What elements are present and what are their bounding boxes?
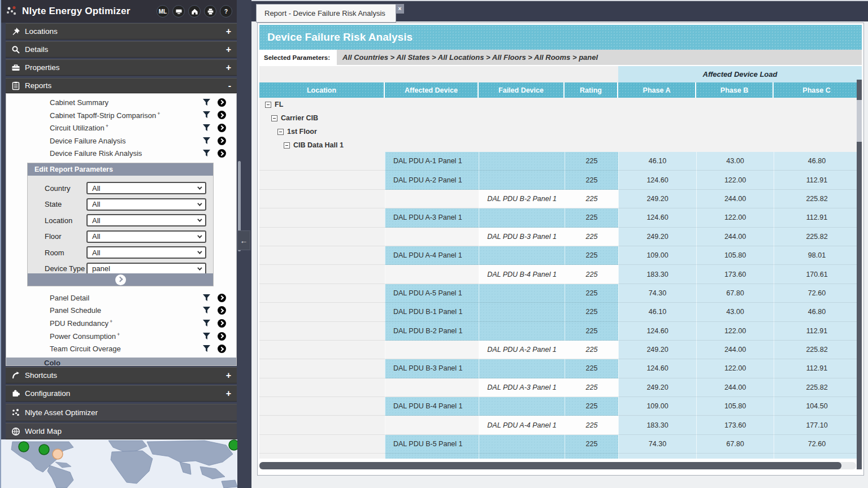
report-item-label: Cabinet Tapoff-Strip Comparison+: [50, 111, 160, 120]
phase-a-cell: 109.00: [618, 397, 696, 416]
country-select[interactable]: All: [86, 182, 206, 194]
sidebar-section-locations[interactable]: Locations +: [6, 23, 237, 40]
filter-funnel-icon[interactable]: [203, 137, 210, 145]
home-icon[interactable]: [188, 5, 201, 18]
tree-collapse-icon[interactable]: [271, 115, 277, 121]
table-row: DAL PDU A-3 Panel 1225124.60122.00112.91: [259, 208, 862, 227]
run-report-icon[interactable]: [218, 124, 226, 132]
failed-device-cell: [479, 171, 565, 189]
monitor-icon[interactable]: [172, 5, 185, 18]
filter-funnel-icon[interactable]: [203, 345, 210, 352]
room-select[interactable]: All: [86, 246, 206, 259]
ml-badge-icon[interactable]: ML: [157, 5, 169, 18]
affected-device-cell: [385, 416, 479, 434]
section-label: Details: [25, 45, 48, 54]
screen: Nlyte Energy Optimizer ML ? Locations +: [0, 0, 868, 488]
report-list-item[interactable]: Team Circuit Overage: [6, 342, 236, 355]
filter-funnel-icon[interactable]: [203, 150, 210, 157]
expand-icon[interactable]: +: [226, 63, 231, 73]
report-list-item[interactable]: Circuit Utilization+: [6, 121, 236, 134]
report-list-item[interactable]: Cabinet Tapoff-Strip Comparison+: [6, 109, 236, 122]
expand-icon[interactable]: +: [226, 45, 231, 55]
affected-device-cell: [385, 378, 479, 397]
filter-funnel-icon[interactable]: [203, 294, 210, 302]
rating-cell: 225: [565, 322, 618, 341]
tree-label: FL: [275, 101, 283, 108]
search-icon: [11, 45, 20, 54]
filter-funnel-icon[interactable]: [203, 111, 210, 119]
sidebar-item-asset-optimizer[interactable]: Nlyte Asset Optimizer: [6, 404, 237, 421]
tab-report-device-failure-risk-analysis[interactable]: Report - Device Failure Risk Analysis: [256, 4, 396, 23]
sidebar-section-configuration[interactable]: Configuration +: [6, 385, 237, 402]
failed-device-cell: [479, 284, 565, 303]
sidebar-section-shortcuts[interactable]: Shortcuts +: [6, 367, 237, 384]
collapse-icon[interactable]: -: [228, 81, 231, 91]
failed-device-cell: DAL PDU A-3 Panel 1: [479, 378, 565, 397]
run-report-icon[interactable]: [218, 306, 226, 315]
run-report-icon[interactable]: [218, 332, 226, 341]
expand-icon[interactable]: +: [226, 371, 231, 381]
filter-funnel-icon[interactable]: [203, 320, 210, 327]
report-item-label: PDU Redundancy+: [50, 319, 112, 328]
run-report-icon[interactable]: [218, 345, 226, 353]
run-report-icon[interactable]: [218, 111, 226, 119]
location-select[interactable]: All: [86, 214, 206, 226]
run-report-icon[interactable]: [218, 149, 226, 158]
report-list-item[interactable]: Power Consumption+: [6, 330, 236, 343]
clipped-report-group[interactable]: Colo: [6, 358, 236, 366]
filter-funnel-icon[interactable]: [203, 307, 210, 314]
phase-a-cell: 46.10: [618, 152, 696, 171]
report-list-item[interactable]: Panel Schedule: [6, 304, 236, 317]
phase-b-cell: 122.00: [696, 322, 774, 341]
help-icon[interactable]: ?: [220, 5, 232, 18]
section-label: Nlyte Asset Optimizer: [25, 408, 98, 417]
vertical-scrollbar[interactable]: [857, 80, 862, 469]
tab-close-icon[interactable]: ×: [396, 4, 404, 14]
phase-b-cell: 43.00: [696, 152, 774, 171]
run-report-icon[interactable]: [218, 137, 226, 145]
affected-device-cell: [385, 265, 479, 284]
section-label: Locations: [25, 27, 58, 36]
section-label: Shortcuts: [25, 371, 57, 380]
filter-funnel-icon[interactable]: [203, 333, 210, 340]
horizontal-scrollbar-thumb[interactable]: [259, 462, 841, 469]
report-item-label: Team Circuit Overage: [50, 345, 121, 353]
rating-cell: 225: [565, 246, 618, 265]
filter-funnel-icon[interactable]: [203, 124, 210, 132]
expand-icon[interactable]: +: [226, 389, 231, 399]
tree-collapse-icon[interactable]: [284, 142, 290, 149]
sidebar-collapse-button[interactable]: ←: [237, 230, 250, 250]
run-report-icon[interactable]: [218, 98, 226, 107]
horizontal-scrollbar[interactable]: [259, 462, 856, 469]
world-map: [1, 439, 237, 488]
run-report-icon[interactable]: [218, 319, 226, 328]
selected-parameters-bar: Selected Parameters: All Countries > All…: [259, 50, 862, 65]
floor-select[interactable]: All: [86, 230, 206, 243]
tree-collapse-icon[interactable]: [265, 102, 271, 108]
report-list-item[interactable]: Device Failure Risk Analysis: [6, 147, 236, 160]
rating-cell: 225: [565, 378, 618, 397]
tree-collapse-icon[interactable]: [277, 129, 284, 135]
filter-funnel-icon[interactable]: [203, 99, 210, 106]
state-select[interactable]: All: [86, 198, 206, 211]
report-card: Device Failure Risk Analysis Selected Pa…: [257, 23, 864, 476]
dots-cluster-icon: [11, 408, 20, 417]
report-list-item[interactable]: Panel Detail: [6, 291, 236, 304]
failed-device-cell: [479, 246, 565, 265]
sidebar-section-properties[interactable]: Properties +: [6, 59, 237, 76]
sidebar-section-reports[interactable]: Reports -: [6, 78, 237, 93]
report-list-item[interactable]: PDU Redundancy+: [6, 317, 236, 330]
sidebar-section-details[interactable]: Details +: [6, 41, 237, 58]
report-list-item[interactable]: Cabinet Summary: [6, 96, 236, 109]
run-report-icon[interactable]: [218, 294, 226, 302]
rating-cell: 225: [565, 152, 618, 171]
print-icon[interactable]: [204, 5, 216, 18]
column-header-phase-b: Phase B: [696, 82, 774, 98]
vertical-scrollbar-track[interactable]: [857, 100, 862, 142]
phase-b-cell: 244.00: [696, 190, 774, 208]
report-list-bottom: Panel DetailPanel SchedulePDU Redundancy…: [6, 291, 236, 355]
report-list-item[interactable]: Device Failure Analysis: [6, 134, 236, 147]
expand-icon[interactable]: +: [226, 27, 231, 37]
run-report-button[interactable]: [115, 274, 126, 285]
sidebar-item-world-map[interactable]: World Map: [6, 423, 237, 439]
